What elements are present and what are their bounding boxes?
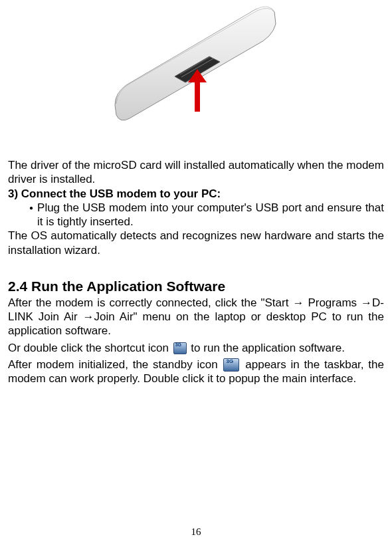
standby-3g-icon <box>223 358 239 372</box>
section-heading-run-app: 2.4 Run the Application Software <box>8 278 384 294</box>
modem-figure-wrap <box>8 0 384 158</box>
para4-text-b: to run the application software. <box>191 342 345 354</box>
usb-modem-illustration <box>103 5 289 145</box>
para4-text-a: Or double click the shortcut icon <box>8 342 172 354</box>
paragraph-standby: After modem initialized, the standby ico… <box>8 358 384 386</box>
bullet-icon: ● <box>29 201 37 229</box>
paragraph-os-detect: The OS automatically detects and recogni… <box>8 229 384 257</box>
paragraph-shortcut: Or double click the shortcut icon to run… <box>8 341 384 355</box>
paragraph-driver-info: The driver of the microSD card will inst… <box>8 158 384 187</box>
shortcut-3g-icon <box>173 342 187 354</box>
para5-text-a: After modem initialized, the standby ico… <box>8 358 222 371</box>
page-number: 16 <box>0 526 392 538</box>
modem-svg <box>103 5 289 145</box>
step3-heading: 3) Connect the USB modem to your PC: <box>8 187 384 201</box>
paragraph-run-menu: After the modem is correctly connected, … <box>8 296 384 338</box>
bullet-text: Plug the USB modem into your computer's … <box>37 201 384 229</box>
bullet-plug-modem: ● Plug the USB modem into your computer'… <box>8 201 384 229</box>
